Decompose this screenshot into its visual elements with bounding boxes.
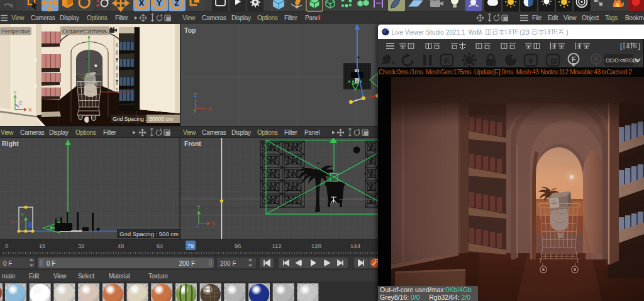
svg-text:128: 128 (311, 242, 321, 249)
svg-text:R: R (444, 56, 450, 65)
svg-text:X: X (208, 106, 212, 112)
svg-text:200 F: 200 F (179, 260, 195, 267)
svg-text:50000 cm: 50000 cm (149, 116, 173, 122)
svg-text:X: X (139, 0, 144, 8)
svg-text:X: X (212, 220, 216, 227)
svg-text:64: 64 (157, 242, 164, 249)
svg-text:0 F: 0 F (47, 260, 55, 267)
svg-text:200 F: 200 F (220, 260, 236, 267)
svg-text:S: S (96, 0, 99, 3)
svg-text:Front: Front (184, 140, 201, 147)
svg-text:Y: Y (157, 0, 162, 8)
svg-text:0 F: 0 F (3, 260, 12, 267)
svg-text:WxM-: WxM- (469, 28, 484, 36)
svg-text:]: ] (638, 42, 640, 50)
svg-text:Y: Y (21, 212, 25, 217)
svg-text:Z: Z (194, 92, 197, 98)
svg-text:OCIO:<sRGB>: OCIO:<sRGB> (606, 57, 639, 64)
svg-text:Y: Y (13, 89, 17, 95)
svg-text:Perspective: Perspective (1, 28, 30, 35)
svg-text:M: M (594, 55, 599, 62)
svg-text:Right: Right (2, 140, 19, 147)
svg-text:79: 79 (187, 242, 194, 249)
svg-text:0: 0 (5, 242, 8, 249)
svg-text:48: 48 (118, 242, 125, 249)
svg-text:Top: Top (184, 26, 196, 34)
svg-text:Grid Spacing : 500 cm: Grid Spacing : 500 cm (119, 230, 179, 237)
svg-text:X: X (28, 107, 32, 113)
svg-text:112: 112 (272, 242, 281, 249)
svg-text:Z: Z (196, 223, 199, 227)
svg-text:16: 16 (39, 242, 46, 249)
svg-text:Y: Y (197, 204, 201, 210)
svg-text:Z: Z (19, 100, 22, 106)
svg-text:144: 144 (350, 242, 360, 249)
svg-text:): ) (566, 28, 569, 36)
svg-text:Z: Z (174, 0, 179, 8)
svg-text:X: X (11, 219, 14, 225)
svg-text:32: 32 (78, 242, 85, 249)
svg-text:96: 96 (235, 242, 242, 249)
svg-text:(23: (23 (519, 28, 530, 36)
svg-text:Live Viewer Studio 2021.1: Live Viewer Studio 2021.1 (392, 28, 465, 36)
svg-text:OctaneCamera: OctaneCamera (62, 28, 107, 35)
svg-text:[: [ (620, 42, 622, 50)
svg-text:Grid Spacing :: Grid Spacing : (113, 116, 147, 122)
svg-text:F: F (572, 55, 576, 63)
svg-text:R: R (96, 3, 99, 8)
